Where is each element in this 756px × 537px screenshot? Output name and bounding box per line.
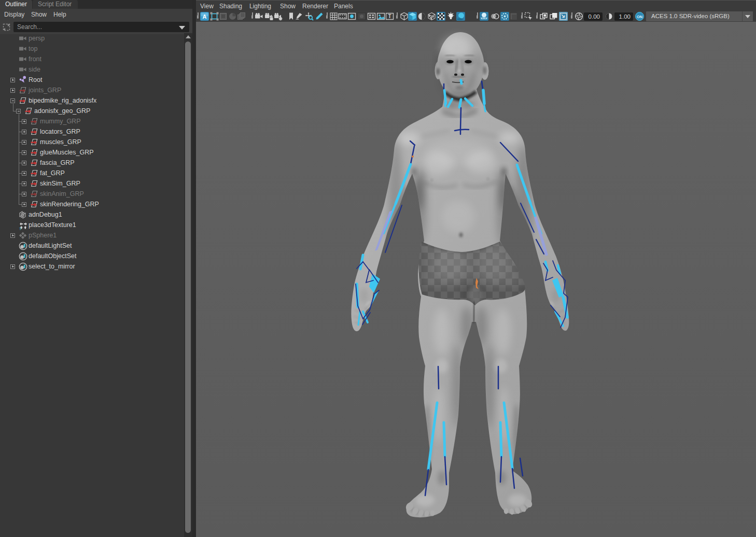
svg-text:ON: ON <box>637 15 642 19</box>
svg-text:T: T <box>388 13 391 19</box>
svg-text:A: A <box>203 13 207 20</box>
